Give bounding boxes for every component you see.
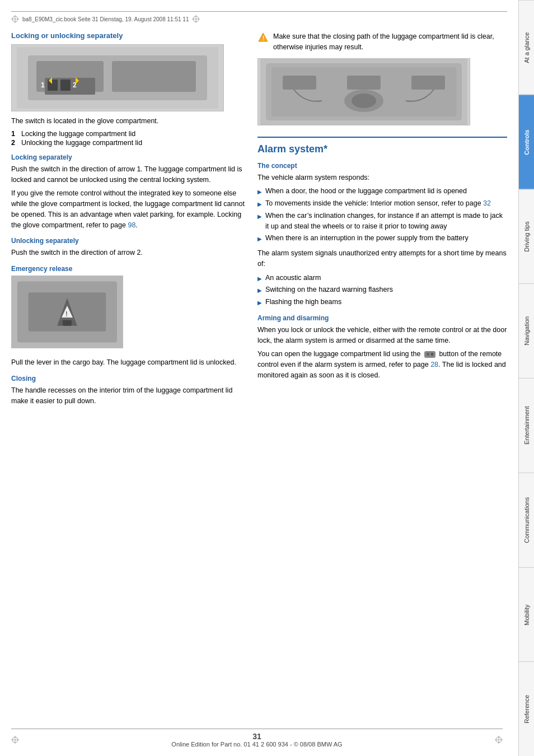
bullet-icon-2: ▶ — [257, 200, 262, 208]
svg-rect-31 — [347, 76, 381, 90]
locking-separately-heading: Locking separately — [11, 153, 246, 161]
tab-driving-tips[interactable]: Driving tips — [519, 189, 534, 284]
alarm-system-title: Alarm system* — [257, 143, 507, 155]
bullet-icon-3: ▶ — [257, 212, 262, 221]
unlocking-separately-heading: Unlocking separately — [11, 237, 246, 245]
file-info: ba8_E90M3_cic.book Seite 31 Dienstag, 19… — [22, 16, 189, 22]
svg-rect-9 — [112, 61, 196, 92]
concept-intro: The vehicle alarm system responds: — [257, 172, 507, 183]
locking-section-heading: Locking or unlocking separately — [11, 31, 246, 40]
warning-text: Make sure that the closing path of the l… — [273, 31, 507, 53]
tab-controls[interactable]: Controls — [519, 95, 534, 189]
item-1: 1 Locking the luggage compartment lid — [11, 130, 246, 138]
emergency-release-heading: Emergency release — [11, 265, 246, 273]
emergency-svg: ! — [12, 276, 123, 348]
crosshair-top-left-icon — [11, 15, 19, 23]
item-2: 2 Unlocking the luggage compartment lid — [11, 139, 246, 147]
bullet-icon-1: ▶ — [257, 188, 262, 196]
svg-text:!: ! — [65, 310, 68, 318]
concept-item-1: ▶ When a door, the hood or the luggage c… — [257, 186, 507, 197]
warning-box: ! Make sure that the closing path of the… — [257, 31, 507, 53]
header-line: ba8_E90M3_cic.book Seite 31 Dienstag, 19… — [11, 11, 507, 23]
crosshair-bottom-right-icon — [495, 736, 503, 744]
edition-text: Online Edition for Part no. 01 41 2 600 … — [171, 741, 342, 748]
concept-item-4: ▶ When there is an interruption in the p… — [257, 233, 507, 244]
glove-compartment-svg: 1 2 — [17, 47, 218, 109]
luggage-svg — [260, 59, 467, 125]
arming-heading: Arming and disarming — [257, 314, 507, 322]
signal-item-1: ▶ An acoustic alarm — [257, 273, 507, 283]
right-column: ! Make sure that the closing path of the… — [257, 31, 507, 409]
crosshair-top-right-icon — [192, 15, 200, 23]
page-footer: 31 Online Edition for Part no. 01 41 2 6… — [11, 729, 503, 748]
page-98-link[interactable]: 98 — [128, 221, 135, 229]
signal-item-3: ▶ Flashing the high beams — [257, 297, 507, 307]
warning-triangle-icon: ! — [257, 32, 269, 43]
tab-at-a-glance[interactable]: At a glance — [519, 0, 534, 95]
glove-compartment-image: 1 2 — [11, 44, 224, 111]
bullet-icon-4: ▶ — [257, 235, 262, 243]
emergency-release-image: ! — [11, 276, 123, 348]
left-column: Locking or unlocking separately — [11, 31, 246, 409]
tab-reference[interactable]: Reference — [519, 661, 534, 756]
tab-entertainment[interactable]: Entertainment — [519, 378, 534, 473]
concept-item-3: ▶ When the car’s inclination changes, fo… — [257, 211, 507, 232]
locking-separately-text1: Push the switch in the direction of arro… — [11, 164, 246, 185]
luggage-compartment-image — [257, 58, 470, 125]
svg-rect-12 — [60, 80, 71, 91]
svg-text:1: 1 — [41, 81, 45, 89]
arming-text1: When you lock or unlock the vehicle, eit… — [257, 325, 507, 346]
concept-item-2: ▶ To movements inside the vehicle: Inter… — [257, 198, 507, 209]
tab-mobility[interactable]: Mobility — [519, 567, 534, 662]
bullet-icon-6: ▶ — [257, 286, 262, 295]
tab-navigation[interactable]: Navigation — [519, 283, 534, 378]
svg-text:!: ! — [263, 35, 264, 41]
tab-communications[interactable]: Communications — [519, 473, 534, 567]
page-number: 31 — [171, 732, 342, 741]
remote-icon — [424, 351, 435, 358]
svg-point-34 — [352, 94, 376, 108]
svg-rect-32 — [411, 76, 445, 90]
intro-text: The switch is located in the glove compa… — [11, 116, 246, 127]
concept-list: ▶ When a door, the hood or the luggage c… — [257, 186, 507, 244]
svg-rect-11 — [48, 80, 58, 91]
signals-intro: The alarm system signals unauthorized en… — [257, 248, 507, 269]
svg-rect-30 — [283, 76, 316, 90]
alarm-section: Alarm system* The concept The vehicle al… — [257, 137, 507, 381]
page-32-link[interactable]: 32 — [483, 199, 491, 207]
crosshair-bottom-left-icon — [11, 736, 19, 744]
page-28-link[interactable]: 28 — [430, 361, 438, 368]
concept-heading: The concept — [257, 162, 507, 170]
bullet-icon-7: ▶ — [257, 298, 262, 307]
closing-heading: Closing — [11, 375, 246, 382]
signals-list: ▶ An acoustic alarm ▶ Switching on the h… — [257, 273, 507, 307]
locking-separately-text2: If you give the remote control without t… — [11, 188, 246, 230]
sidebar-tabs: At a glance Controls Driving tips Naviga… — [518, 0, 534, 756]
arming-text2: You can open the luggage compartment lid… — [257, 349, 507, 380]
signal-item-2: ▶ Switching on the hazard warning flashe… — [257, 284, 507, 295]
unlocking-separately-text: Push the switch in the direction of arro… — [11, 248, 246, 258]
emergency-release-text: Pull the lever in the cargo bay. The lug… — [11, 357, 246, 368]
closing-text: The handle recesses on the interior trim… — [11, 385, 246, 407]
bullet-icon-5: ▶ — [257, 274, 262, 283]
